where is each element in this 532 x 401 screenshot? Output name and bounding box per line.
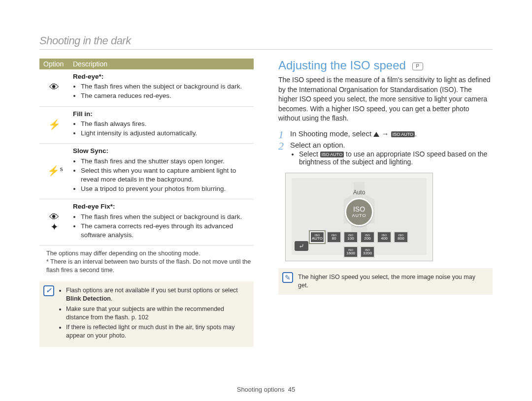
step-2-sub: Select ISO AUTO to use an appropriate IS… xyxy=(299,150,493,166)
option-title: Red-eye*: xyxy=(73,73,103,80)
breadcrumb: Shooting in the dark xyxy=(39,34,493,47)
option-bullet: The flash fires when the subject or back… xyxy=(81,82,250,91)
info-box-left: ✓ Flash options are not available if you… xyxy=(39,281,254,347)
option-bullet: The flash fires and the shutter stays op… xyxy=(81,157,250,166)
option-bullet: The flash fires when the subject or back… xyxy=(81,213,250,221)
fill-in-icon: ⚡ xyxy=(47,120,61,129)
program-mode-icon: P xyxy=(412,62,423,70)
iso-option-800[interactable]: ISO800 xyxy=(394,231,408,243)
iso-auto-chip-icon: ISO AUTO xyxy=(320,152,344,157)
iso-option-100[interactable]: ISO100 xyxy=(343,231,358,243)
iso-option-200[interactable]: ISO200 xyxy=(360,231,375,243)
option-bullet: Light intensity is adjusted automaticall… xyxy=(81,129,250,138)
info-note: The higher ISO speed you select, the mor… xyxy=(298,273,487,290)
info-item: If there is reflected light or much dust… xyxy=(66,323,248,340)
footnote: * There is an interval between two burst… xyxy=(46,258,254,275)
info-icon: ✓ xyxy=(43,285,54,296)
option-title: Red-eye Fix*: xyxy=(73,203,115,210)
iso-option-1600[interactable]: ISO1600 xyxy=(343,246,358,258)
flash-options-table: Option Description 👁 Red-eye*: The flash… xyxy=(39,59,254,246)
page-footer: Shooting options 45 xyxy=(0,386,532,393)
table-header-description: Description xyxy=(69,59,254,69)
iso-option-400[interactable]: ISO400 xyxy=(377,231,392,243)
info-item: Make sure that your subjects are within … xyxy=(66,305,248,322)
divider xyxy=(39,49,493,50)
section-title: Adjusting the ISO speed P xyxy=(278,59,493,72)
iso-option-auto[interactable]: ISOAUTO xyxy=(310,231,325,243)
info-box-right: ✎ The higher ISO speed you select, the m… xyxy=(278,268,493,295)
up-arrow-icon xyxy=(373,132,379,137)
option-bullet: The flash always fires. xyxy=(81,120,250,128)
footnote: The options may differ depending on the … xyxy=(46,249,254,258)
table-header-option: Option xyxy=(39,59,69,69)
lcd-preview: Auto ISO AUTO ISOAUTO ISO80 ISO100 ISO20… xyxy=(285,173,433,261)
option-bullet: Use a tripod to prevent your photos from… xyxy=(81,185,250,193)
step-1: 1 In Shooting mode, select → ISO AUTO. xyxy=(278,129,493,138)
back-button[interactable]: ⤶ xyxy=(295,241,308,251)
auto-label: Auto xyxy=(353,189,366,196)
intro-paragraph: The ISO speed is the measure of a film's… xyxy=(278,75,493,123)
option-bullet: Select this when you want to capture amb… xyxy=(81,166,250,184)
iso-auto-chip-icon: ISO AUTO xyxy=(391,131,415,137)
info-item: Flash options are not available if you s… xyxy=(66,286,248,303)
red-eye-fix-icon: 👁✦ xyxy=(47,212,61,222)
step-2: 2 Select an option. Select ISO AUTO to u… xyxy=(278,141,493,166)
option-bullet: The camera corrects red-eyes through its… xyxy=(81,222,250,240)
iso-option-80[interactable]: ISO80 xyxy=(327,231,341,243)
note-icon: ✎ xyxy=(282,272,293,283)
iso-auto-badge: ISO AUTO xyxy=(345,198,373,226)
option-title: Fill in: xyxy=(73,110,93,118)
slow-sync-icon: ⚡ˢ xyxy=(47,166,61,176)
option-bullet: The camera reduces red-eyes. xyxy=(81,92,250,100)
iso-option-3200[interactable]: ISO3200 xyxy=(360,246,375,258)
red-eye-icon: 👁 xyxy=(47,82,61,92)
option-title: Slow Sync: xyxy=(73,147,108,154)
